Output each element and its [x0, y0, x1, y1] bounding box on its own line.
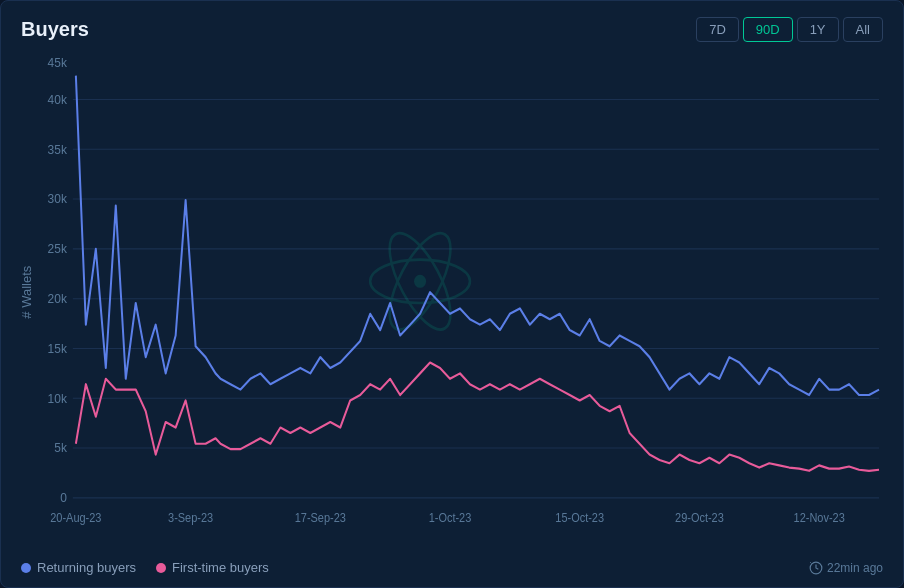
- svg-text:0: 0: [60, 491, 67, 506]
- card-title: Buyers: [21, 18, 89, 41]
- first-time-label: First-time buyers: [172, 560, 269, 575]
- svg-text:35k: 35k: [48, 142, 68, 157]
- legend-items: Returning buyers First-time buyers: [21, 560, 269, 575]
- btn-1y[interactable]: 1Y: [797, 17, 839, 42]
- svg-text:17-Sep-23: 17-Sep-23: [295, 511, 346, 523]
- btn-7d[interactable]: 7D: [696, 17, 739, 42]
- svg-rect-0: [21, 54, 883, 552]
- svg-text:20-Aug-23: 20-Aug-23: [50, 511, 101, 523]
- svg-text:20k: 20k: [48, 292, 68, 307]
- card-header: Buyers 7D 90D 1Y All: [21, 17, 883, 42]
- svg-text:1-Oct-23: 1-Oct-23: [429, 511, 472, 523]
- timestamp: 22min ago: [809, 561, 883, 575]
- returning-dot: [21, 563, 31, 573]
- svg-text:25k: 25k: [48, 242, 68, 257]
- svg-text:45k: 45k: [48, 56, 68, 71]
- svg-text:40k: 40k: [48, 92, 68, 107]
- chart-container: 0 5k 10k 15k 20k 25k 30k 35k 40k 45k # W…: [21, 54, 883, 552]
- svg-point-31: [414, 275, 426, 288]
- first-time-dot: [156, 563, 166, 573]
- legend-first-time: First-time buyers: [156, 560, 269, 575]
- svg-text:15k: 15k: [48, 341, 68, 356]
- buyers-card: Buyers 7D 90D 1Y All 0 5k 10k: [0, 0, 904, 588]
- btn-90d[interactable]: 90D: [743, 17, 793, 42]
- svg-text:3-Sep-23: 3-Sep-23: [168, 511, 213, 523]
- svg-text:10k: 10k: [48, 391, 68, 406]
- svg-text:5k: 5k: [54, 441, 67, 456]
- svg-text:15-Oct-23: 15-Oct-23: [555, 511, 604, 523]
- btn-all[interactable]: All: [843, 17, 883, 42]
- returning-label: Returning buyers: [37, 560, 136, 575]
- clock-icon: [809, 561, 823, 575]
- svg-text:12-Nov-23: 12-Nov-23: [794, 511, 845, 523]
- svg-text:29-Oct-23: 29-Oct-23: [675, 511, 724, 523]
- chart-svg: 0 5k 10k 15k 20k 25k 30k 35k 40k 45k # W…: [21, 54, 883, 552]
- chart-legend: Returning buyers First-time buyers 22min…: [21, 552, 883, 575]
- svg-text:# Wallets: # Wallets: [21, 266, 34, 319]
- svg-text:30k: 30k: [48, 192, 68, 207]
- legend-returning: Returning buyers: [21, 560, 136, 575]
- timestamp-text: 22min ago: [827, 561, 883, 575]
- time-buttons-group: 7D 90D 1Y All: [696, 17, 883, 42]
